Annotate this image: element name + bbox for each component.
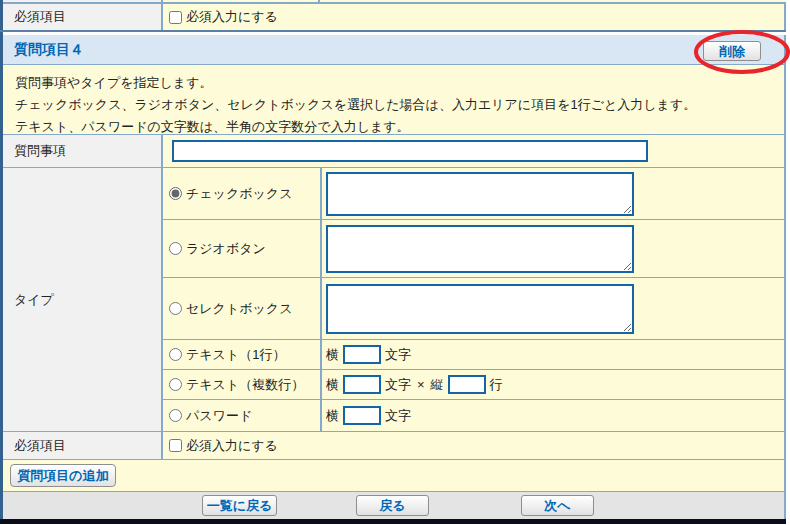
section-header: 質問項目４ 削除 xyxy=(3,35,784,65)
survey-question-form: 必須項目 必須入力にする 質問項目４ 削除 質問事項やタイプを指定します。 チェ… xyxy=(0,0,790,525)
type-option-row-text-single: テキスト（1行） 横 文字 xyxy=(163,340,784,370)
description-line: 質問事項やタイプを指定します。 xyxy=(15,72,784,94)
required-label: 必須項目 xyxy=(3,432,163,459)
select-options-textarea[interactable] xyxy=(326,284,634,334)
type-radio-text-multi[interactable] xyxy=(169,378,182,391)
unit-height-label: 縦 xyxy=(431,376,444,394)
unit-width-label: 横 xyxy=(326,346,339,364)
type-radio-password[interactable] xyxy=(169,409,182,422)
question-text-row: 質問事項 xyxy=(3,135,784,168)
delete-button[interactable]: 削除 xyxy=(703,41,761,61)
type-label: タイプ xyxy=(3,168,163,431)
text-multi-width-input[interactable] xyxy=(343,375,381,394)
question-text-label: 質問事項 xyxy=(3,135,163,167)
type-row: タイプ チェックボックス ラジオボタン xyxy=(3,168,784,432)
radio-options-textarea[interactable] xyxy=(326,225,634,273)
type-option-label: セレクトボックス xyxy=(186,300,292,318)
back-button[interactable]: 戻る xyxy=(356,495,429,516)
description-text: 質問事項やタイプを指定します。 チェックボックス、ラジオボタン、セレクトボックス… xyxy=(3,65,784,135)
type-radio-text-single[interactable] xyxy=(169,348,182,361)
type-option-label: テキスト（複数行） xyxy=(186,376,304,394)
section-title: 質問項目４ xyxy=(14,41,84,59)
prev-required-checkbox-label: 必須入力にする xyxy=(186,8,278,26)
text-single-width-input[interactable] xyxy=(343,345,381,364)
prev-required-checkbox[interactable] xyxy=(169,11,182,24)
add-question-row: 質問項目の追加 xyxy=(3,460,784,492)
type-radio-radiobutton[interactable] xyxy=(169,242,182,255)
type-option-label: チェックボックス xyxy=(186,185,292,203)
required-checkbox-label: 必須入力にする xyxy=(186,437,278,455)
required-checkbox[interactable] xyxy=(169,439,182,452)
type-option-label: テキスト（1行） xyxy=(186,346,285,364)
type-option-row-text-multi: テキスト（複数行） 横 文字 × 縦 行 xyxy=(163,370,784,400)
window-bottom-border xyxy=(0,519,786,524)
type-option-row-radio: ラジオボタン xyxy=(163,220,784,278)
prev-required-label: 必須項目 xyxy=(3,4,163,30)
password-width-input[interactable] xyxy=(343,406,381,425)
footer-button-bar: 一覧に戻る 戻る 次へ xyxy=(3,492,784,519)
type-option-row-select: セレクトボックス xyxy=(163,278,784,340)
unit-rows-label: 行 xyxy=(490,376,503,394)
checkbox-options-textarea[interactable] xyxy=(326,172,634,216)
question-text-input[interactable] xyxy=(172,140,648,162)
unit-width-label: 横 xyxy=(326,376,339,394)
text-multi-height-input[interactable] xyxy=(448,375,486,394)
type-option-label: パスワード xyxy=(186,407,252,425)
type-option-label: ラジオボタン xyxy=(186,240,266,258)
unit-width-label: 横 xyxy=(326,407,339,425)
unit-chars-label: 文字 xyxy=(385,346,411,364)
table-divider xyxy=(0,30,786,32)
unit-times-label: × xyxy=(417,377,425,392)
unit-chars-label: 文字 xyxy=(385,376,411,394)
unit-chars-label: 文字 xyxy=(385,407,411,425)
type-radio-checkbox[interactable] xyxy=(169,187,182,200)
next-button[interactable]: 次へ xyxy=(521,495,594,516)
type-option-row-checkbox: チェックボックス xyxy=(163,168,784,220)
add-question-button[interactable]: 質問項目の追加 xyxy=(10,464,116,487)
type-option-row-password: パスワード 横 文字 xyxy=(163,400,784,431)
question-item-4-panel: 質問項目４ 削除 質問事項やタイプを指定します。 チェックボックス、ラジオボタン… xyxy=(3,35,786,519)
back-to-list-button[interactable]: 一覧に戻る xyxy=(202,495,277,516)
required-row: 必須項目 必須入力にする xyxy=(3,432,784,460)
type-radio-selectbox[interactable] xyxy=(169,302,182,315)
description-line: チェックボックス、ラジオボタン、セレクトボックスを選択した場合は、入力エリアに項… xyxy=(15,94,784,116)
prev-required-row: 必須項目 必須入力にする xyxy=(3,2,786,30)
